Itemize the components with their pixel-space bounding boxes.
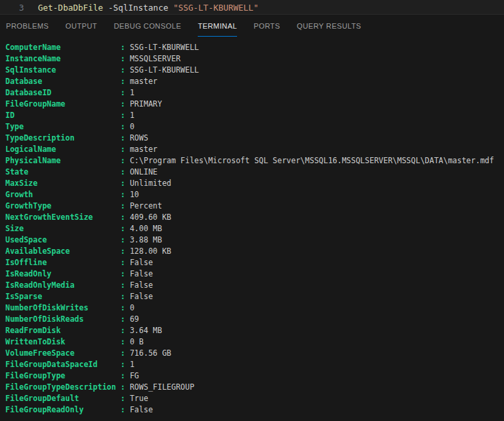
property-value: 128.00 KB (125, 246, 171, 256)
property-name: Type : (5, 122, 125, 131)
terminal-row: IsOffline : False (5, 257, 504, 268)
property-name: FileGroupType : (5, 371, 125, 380)
terminal-row: IsReadOnly : False (5, 268, 504, 280)
editor-code-line[interactable]: 3Get-DbaDbFile -SqlInstance "SSG-LT-KBUR… (0, 0, 504, 15)
property-name: MaxSize : (5, 179, 125, 188)
terminal-row: FileGroupReadOnly : False (5, 404, 504, 416)
property-name: LogicalName : (5, 145, 125, 154)
property-value: False (125, 405, 153, 414)
terminal-row: FileGroupDataSpaceId : 1 (5, 359, 504, 370)
terminal-row: VolumeFreeSpace : 716.56 GB (5, 348, 504, 359)
code-text: Get-DbaDbFile -SqlInstance "SSG-LT-KBURW… (38, 3, 258, 13)
property-name: PhysicalName : (5, 156, 125, 165)
terminal-row: ID : 1 (5, 110, 504, 121)
terminal-row: FileGroupName : PRIMARY (5, 99, 504, 110)
terminal-row: NumberOfDiskWrites : 0 (5, 302, 504, 314)
property-name: UsedSpace : (5, 235, 125, 244)
editor-area: 3Get-DbaDbFile -SqlInstance "SSG-LT-KBUR… (0, 0, 504, 15)
property-value: ROWS_FILEGROUP (125, 382, 194, 392)
tab-problems[interactable]: PROBLEMS (6, 15, 49, 37)
property-value: 3.64 MB (125, 326, 162, 335)
bottom-panel: PROBLEMSOUTPUTDEBUG CONSOLETERMINALPORTS… (0, 15, 504, 416)
tab-query-results[interactable]: QUERY RESULTS (297, 15, 362, 37)
terminal-row: NextGrowthEventSize : 409.60 KB (5, 212, 504, 223)
property-name: Database : (5, 77, 125, 86)
property-value: 0 (125, 303, 134, 312)
terminal-row: FileGroupType : FG (5, 370, 504, 382)
property-value: False (125, 280, 153, 290)
terminal-row: Growth : 10 (5, 189, 504, 201)
property-name: IsReadOnlyMedia : (5, 280, 125, 290)
property-value: 0 (125, 122, 134, 131)
property-name: FileGroupDefault : (5, 394, 125, 403)
property-name: ID : (5, 111, 125, 120)
property-value: 69 (125, 314, 139, 324)
property-name: FileGroupDataSpaceId : (5, 360, 125, 369)
property-name: IsSparse : (5, 292, 125, 301)
property-value: master (125, 145, 157, 154)
property-value: 716.56 GB (125, 348, 171, 358)
property-value: MSSQLSERVER (125, 54, 180, 63)
terminal-row: GrowthType : Percent (5, 201, 504, 212)
terminal-row: ReadFromDisk : 3.64 MB (5, 325, 504, 336)
terminal-output[interactable]: ComputerName : SSG-LT-KBURWELLInstanceNa… (0, 37, 504, 416)
terminal-row: Database : master (5, 76, 504, 87)
property-value: 4.00 MB (125, 224, 162, 233)
terminal-row: ComputerName : SSG-LT-KBURWELL (5, 42, 504, 53)
property-value: SSG-LT-KBURWELL (125, 43, 199, 52)
property-value: False (125, 269, 153, 278)
property-name: FileGroupReadOnly : (5, 405, 125, 414)
property-value: Percent (125, 201, 162, 210)
terminal-row: SqlInstance : SSG-LT-KBURWELL (5, 65, 504, 76)
property-value: True (125, 394, 148, 403)
property-name: ComputerName : (5, 43, 125, 52)
tab-ports[interactable]: PORTS (254, 15, 280, 37)
terminal-row: WrittenToDisk : 0 B (5, 336, 504, 348)
property-name: Growth : (5, 190, 125, 199)
property-name: NextGrowthEventSize : (5, 212, 125, 222)
property-value: 409.60 KB (125, 212, 171, 222)
property-name: TypeDescription : (5, 133, 125, 143)
property-name: InstanceName : (5, 54, 125, 63)
property-value: ROWS (125, 133, 148, 143)
property-name: IsReadOnly : (5, 269, 125, 278)
terminal-row: PhysicalName : C:\Program Files\Microsof… (5, 155, 504, 167)
terminal-row: Size : 4.00 MB (5, 223, 504, 234)
property-name: FileGroupTypeDescription : (5, 382, 125, 392)
property-value: 1 (125, 88, 134, 97)
property-value: 1 (125, 111, 134, 120)
terminal-row: FileGroupDefault : True (5, 393, 504, 404)
terminal-row: MaxSize : Unlimited (5, 178, 504, 189)
terminal-row: Type : 0 (5, 121, 504, 133)
property-name: DatabaseID : (5, 88, 125, 97)
property-value: False (125, 258, 153, 267)
property-value: False (125, 292, 153, 301)
property-name: AvailableSpace : (5, 246, 125, 256)
property-value: 3.88 MB (125, 235, 162, 244)
terminal-row: InstanceName : MSSQLSERVER (5, 53, 504, 65)
property-name: Size : (5, 224, 125, 233)
terminal-row: NumberOfDiskReads : 69 (5, 314, 504, 325)
panel-tab-bar: PROBLEMSOUTPUTDEBUG CONSOLETERMINALPORTS… (0, 15, 504, 37)
property-value: SSG-LT-KBURWELL (125, 65, 199, 75)
property-value: PRIMARY (125, 99, 162, 109)
tab-debug-console[interactable]: DEBUG CONSOLE (114, 15, 181, 37)
tab-output[interactable]: OUTPUT (65, 15, 97, 37)
property-name: FileGroupName : (5, 99, 125, 109)
property-value: 1 (125, 360, 134, 369)
terminal-row: AvailableSpace : 128.00 KB (5, 246, 504, 257)
property-name: SqlInstance : (5, 65, 125, 75)
terminal-row: UsedSpace : 3.88 MB (5, 234, 504, 246)
property-name: NumberOfDiskWrites : (5, 303, 125, 312)
cmdlet-token: Get-DbaDbFile (38, 3, 103, 13)
property-name: State : (5, 167, 125, 177)
property-value: C:\Program Files\Microsoft SQL Server\MS… (125, 156, 494, 165)
tab-terminal[interactable]: TERMINAL (198, 15, 237, 37)
terminal-row: IsReadOnlyMedia : False (5, 280, 504, 291)
property-name: WrittenToDisk : (5, 337, 125, 346)
property-value: ONLINE (125, 167, 157, 177)
terminal-row: IsSparse : False (5, 291, 504, 302)
property-name: GrowthType : (5, 201, 125, 210)
terminal-row: LogicalName : master (5, 144, 504, 155)
property-value: FG (125, 371, 139, 380)
